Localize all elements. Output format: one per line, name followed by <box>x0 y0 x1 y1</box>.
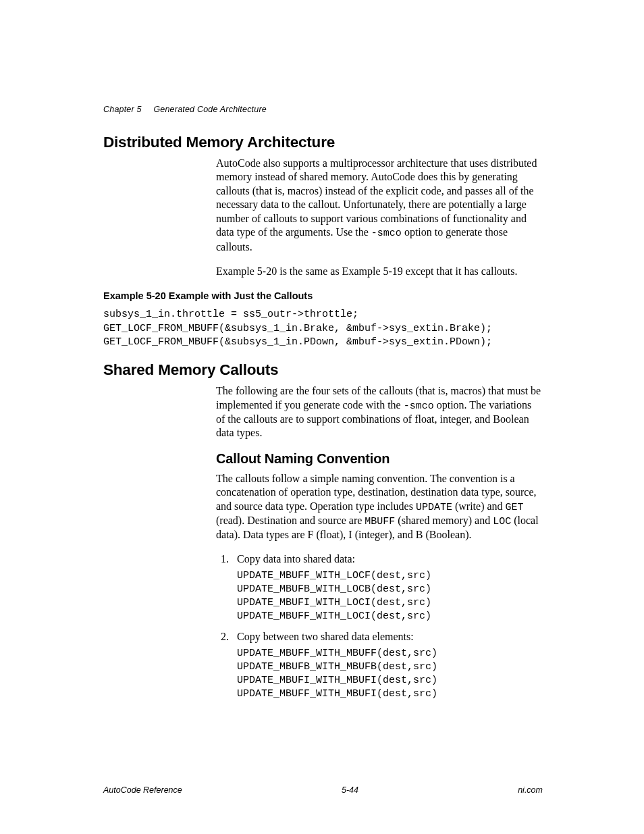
list-code: UPDATE_MBUFF_WITH_MBUFF(dest,src) UPDATE… <box>237 647 543 702</box>
code-inline: -smco <box>404 400 434 412</box>
list-code: UPDATE_MBUFF_WITH_LOCF(dest,src) UPDATE_… <box>237 569 543 624</box>
footer: AutoCode Reference 5-44 ni.com <box>103 785 543 795</box>
heading-shared-memory: Shared Memory Callouts <box>103 361 543 379</box>
list-item-text: Copy between two shared data elements: <box>237 631 414 642</box>
text: (write) and <box>452 500 506 512</box>
text: (shared memory) and <box>395 515 493 526</box>
running-header: Chapter 5 Generated Code Architecture <box>103 105 267 114</box>
section1-body: AutoCode also supports a multiprocessor … <box>216 157 543 278</box>
list-item-text: Copy data into shared data: <box>237 553 355 565</box>
header-chapter: Chapter 5 <box>103 105 142 114</box>
footer-right: ni.com <box>518 785 543 795</box>
numbered-list: Copy data into shared data: UPDATE_MBUFF… <box>216 553 543 702</box>
list-item: Copy data into shared data: UPDATE_MBUFF… <box>232 553 543 624</box>
example-label: Example 5-20 Example with Just the Callo… <box>103 290 543 301</box>
heading-distributed-memory: Distributed Memory Architecture <box>103 134 543 151</box>
code-inline: UPDATE <box>416 502 452 513</box>
section1-p1: AutoCode also supports a multiprocessor … <box>216 157 543 254</box>
section2-body: The following are the four sets of the c… <box>216 384 543 701</box>
section2-p1: The following are the four sets of the c… <box>216 384 543 440</box>
code-inline: GET <box>506 502 524 513</box>
footer-center: 5-44 <box>342 785 358 795</box>
list-item: Copy between two shared data elements: U… <box>232 631 543 702</box>
subsection-p1: The callouts follow a simple naming conv… <box>216 472 543 542</box>
page: Chapter 5 Generated Code Architecture Di… <box>0 0 644 834</box>
content: Distributed Memory Architecture AutoCode… <box>103 134 543 702</box>
code-inline: MBUFF <box>365 516 395 527</box>
section1-p2: Example 5-20 is the same as Example 5-19… <box>216 265 543 278</box>
text: (read). Destination and source are <box>216 515 365 526</box>
example-code: subsys_1_in.throttle = ss5_outr->throttl… <box>103 308 543 349</box>
heading-callout-naming: Callout Naming Convention <box>216 451 543 467</box>
code-inline: -smco <box>371 228 402 239</box>
header-title: Generated Code Architecture <box>153 105 267 114</box>
code-inline: LOC <box>493 516 511 527</box>
footer-left: AutoCode Reference <box>103 785 182 795</box>
